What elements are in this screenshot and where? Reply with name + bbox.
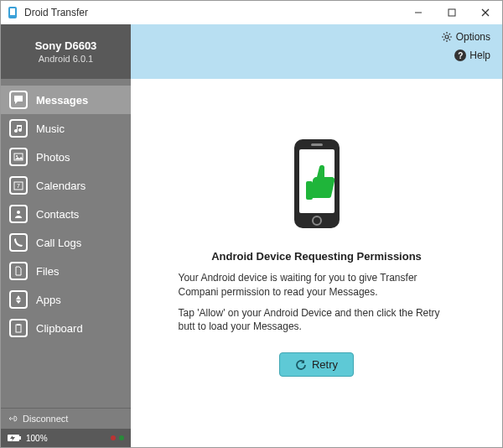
help-icon: ? — [454, 49, 466, 61]
clipboard-icon — [9, 319, 28, 337]
maximize-button[interactable] — [435, 1, 469, 24]
permission-text-2: Tap 'Allow' on your Android Device and t… — [179, 306, 455, 335]
close-button[interactable] — [469, 1, 502, 24]
content-area: Android Device Requesting Permissions Yo… — [131, 79, 502, 447]
sidebar-item-messages[interactable]: Messages — [1, 86, 131, 114]
sidebar-item-apps[interactable]: Apps — [1, 285, 131, 314]
permission-text-1: Your Android device is waiting for you t… — [179, 271, 455, 300]
top-bar: Options ? Help — [131, 24, 502, 79]
svg-point-7 — [16, 155, 18, 157]
device-name: Sony D6603 — [35, 39, 97, 52]
phone-thumbs-up-icon — [288, 138, 346, 233]
nav-list: Messages Music Photos 7 — [1, 79, 131, 408]
sidebar-item-label: Messages — [36, 94, 88, 107]
phone-icon — [9, 233, 28, 252]
calendar-icon: 7 — [9, 176, 28, 195]
svg-rect-1 — [10, 8, 15, 15]
sidebar-item-label: Apps — [36, 294, 61, 306]
svg-rect-3 — [449, 9, 455, 16]
sidebar-item-label: Calendars — [36, 180, 86, 192]
svg-rect-14 — [19, 436, 21, 440]
sidebar-item-label: Files — [36, 265, 59, 278]
sidebar-item-calendars[interactable]: 7 Calendars — [1, 171, 131, 200]
minimize-button[interactable] — [402, 1, 435, 24]
apps-icon — [9, 290, 28, 309]
sidebar-item-call-logs[interactable]: Call Logs — [1, 228, 131, 257]
disconnect-button[interactable]: Disconnect — [1, 409, 131, 429]
refresh-icon — [295, 359, 307, 371]
permission-title: Android Device Requesting Permissions — [211, 250, 422, 263]
main-panel: Options ? Help — [131, 24, 502, 447]
help-label: Help — [469, 49, 490, 61]
files-icon — [9, 262, 28, 280]
sidebar-item-label: Clipboard — [36, 322, 83, 335]
help-link[interactable]: ? Help — [454, 49, 490, 61]
status-bar: 100% — [1, 429, 131, 447]
svg-rect-12 — [17, 324, 20, 326]
photo-icon — [9, 148, 28, 166]
body: Sony D6603 Android 6.0.1 Messages Music — [1, 24, 502, 447]
music-icon — [9, 119, 28, 138]
app-icon — [6, 6, 19, 19]
device-info: Sony D6603 Android 6.0.1 — [1, 24, 131, 79]
sidebar-item-contacts[interactable]: Contacts — [1, 200, 131, 228]
options-label: Options — [456, 31, 490, 43]
sidebar-item-label: Call Logs — [36, 237, 81, 249]
battery-icon — [8, 434, 23, 442]
svg-rect-19 — [311, 143, 323, 146]
status-dots — [111, 435, 124, 440]
sidebar: Sony D6603 Android 6.0.1 Messages Music — [1, 24, 131, 447]
contacts-icon — [9, 205, 28, 223]
device-os: Android 6.0.1 — [39, 54, 93, 64]
svg-text:7: 7 — [17, 183, 20, 189]
sidebar-item-files[interactable]: Files — [1, 257, 131, 285]
sidebar-item-label: Photos — [36, 151, 70, 164]
battery-percent: 100% — [26, 434, 48, 443]
retry-button[interactable]: Retry — [279, 352, 354, 377]
sidebar-item-label: Contacts — [36, 208, 79, 221]
app-window: Droid Transfer Sony D6603 Android 6.0.1 … — [0, 0, 503, 448]
title-bar: Droid Transfer — [1, 1, 502, 24]
svg-rect-20 — [306, 181, 313, 200]
window-title: Droid Transfer — [24, 7, 402, 18]
status-dot-red — [111, 435, 116, 440]
sidebar-item-clipboard[interactable]: Clipboard — [1, 314, 131, 342]
svg-point-10 — [17, 211, 20, 214]
svg-point-15 — [445, 35, 449, 39]
sidebar-footer: Disconnect 100% — [1, 408, 131, 447]
svg-rect-11 — [16, 325, 21, 332]
message-icon — [9, 91, 28, 109]
sidebar-item-music[interactable]: Music — [1, 114, 131, 143]
sidebar-item-photos[interactable]: Photos — [1, 143, 131, 171]
status-dot-green — [119, 435, 124, 440]
sidebar-item-label: Music — [36, 122, 65, 135]
disconnect-label: Disconnect — [23, 414, 68, 424]
retry-label: Retry — [312, 358, 338, 371]
options-link[interactable]: Options — [441, 31, 490, 43]
gear-icon — [441, 31, 453, 43]
